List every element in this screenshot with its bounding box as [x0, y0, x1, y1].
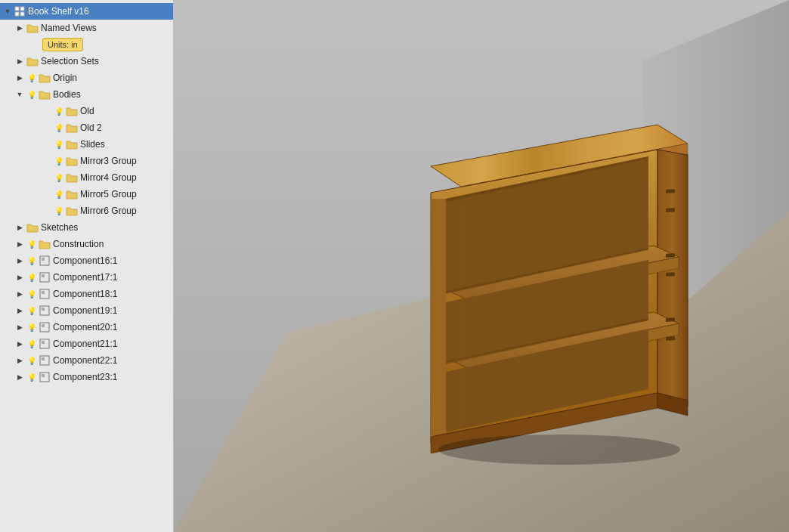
expand-arrow-origin[interactable]	[14, 72, 26, 84]
sidebar-item-old2[interactable]: Old 2	[0, 119, 173, 136]
empty-arrow	[41, 122, 53, 134]
construction-label: Construction	[53, 236, 104, 252]
expand-arrow-bodies[interactable]	[14, 88, 26, 101]
box-icon	[38, 305, 51, 317]
bulb-icon	[53, 138, 65, 150]
sidebar-item-origin[interactable]: Origin	[0, 70, 173, 86]
box-icon	[38, 354, 51, 367]
expand-arrow-named-views[interactable]	[14, 22, 26, 34]
sidebar-item-comp23[interactable]: Component23:1	[0, 369, 173, 385]
shadow	[438, 435, 680, 465]
box-icon	[38, 288, 51, 300]
bulb-icon	[53, 172, 65, 184]
svg-rect-39	[666, 189, 675, 193]
bulb-icon	[53, 205, 65, 217]
svg-rect-0	[15, 7, 19, 11]
folder-icon	[65, 105, 79, 117]
folder-icon	[38, 238, 51, 250]
svg-rect-9	[42, 291, 45, 294]
expand-arrow-comp18[interactable]	[14, 288, 26, 300]
expand-arrow-construction[interactable]	[14, 238, 26, 250]
expand-arrow-comp17[interactable]	[14, 271, 26, 283]
expand-arrow-comp20[interactable]	[14, 321, 26, 333]
sidebar-item-mirror6[interactable]: Mirror6 Group	[0, 203, 173, 219]
comp21-label: Component21:1	[53, 336, 117, 352]
expand-arrow-comp21[interactable]	[14, 338, 26, 350]
svg-rect-5	[42, 258, 45, 261]
svg-rect-15	[42, 341, 45, 344]
comp16-label: Component16:1	[53, 252, 117, 269]
bulb-icon	[26, 288, 38, 300]
empty-arrow	[41, 105, 53, 117]
sidebar-item-old[interactable]: Old	[0, 103, 173, 119]
scene-svg	[174, 0, 789, 532]
svg-rect-7	[42, 274, 45, 277]
component-icon	[14, 5, 26, 17]
old2-label: Old 2	[80, 119, 102, 136]
sidebar-item-comp19[interactable]: Component19:1	[0, 302, 173, 319]
expand-arrow-comp19[interactable]	[14, 305, 26, 317]
svg-marker-24	[658, 150, 688, 407]
bulb-icon	[53, 188, 65, 200]
sidebar-item-comp20[interactable]: Component20:1	[0, 319, 173, 336]
svg-rect-11	[42, 308, 45, 311]
expand-arrow-sketches[interactable]	[14, 221, 26, 234]
mirror6-label: Mirror6 Group	[80, 203, 137, 219]
box-icon	[38, 371, 51, 383]
svg-rect-43	[666, 317, 675, 322]
sidebar-item-construction[interactable]: Construction	[0, 236, 173, 252]
bulb-icon	[26, 238, 38, 250]
empty-arrow	[41, 155, 53, 167]
expand-arrow-comp23[interactable]	[14, 371, 26, 383]
comp17-label: Component17:1	[53, 269, 117, 286]
comp18-label: Component18:1	[53, 286, 117, 302]
svg-rect-3	[20, 12, 24, 16]
sidebar-item-units[interactable]: Units: in	[0, 36, 173, 53]
root-label: Book Shelf v16	[28, 3, 89, 20]
svg-rect-40	[666, 208, 675, 212]
sidebar-item-selection-sets[interactable]: Selection Sets	[0, 53, 173, 70]
folder-icon	[65, 138, 79, 150]
sidebar-item-root[interactable]: Book Shelf v16	[0, 3, 173, 20]
expand-arrow-comp22[interactable]	[14, 354, 26, 367]
bulb-icon	[26, 72, 38, 84]
folder-icon	[26, 55, 39, 67]
folder-icon	[26, 22, 39, 34]
expand-arrow-comp16[interactable]	[14, 255, 26, 267]
sidebar-item-comp16[interactable]: Component16:1	[0, 252, 173, 269]
3d-viewport[interactable]	[174, 0, 789, 532]
sidebar-item-mirror3[interactable]: Mirror3 Group	[0, 153, 173, 169]
sidebar-item-sketches[interactable]: Sketches	[0, 219, 173, 236]
box-icon	[38, 271, 51, 283]
bulb-icon	[26, 88, 38, 101]
mirror5-label: Mirror5 Group	[80, 186, 137, 203]
comp19-label: Component19:1	[53, 302, 117, 319]
sidebar-item-slides[interactable]: Slides	[0, 136, 173, 153]
mirror3-label: Mirror3 Group	[80, 153, 137, 169]
expand-arrow-root[interactable]	[2, 5, 14, 17]
svg-rect-1	[20, 7, 24, 11]
svg-rect-44	[666, 336, 675, 341]
units-badge: Units: in	[42, 38, 83, 51]
empty-arrow	[41, 188, 53, 200]
sidebar-item-comp17[interactable]: Component17:1	[0, 269, 173, 286]
box-icon	[38, 255, 51, 267]
sidebar-item-mirror5[interactable]: Mirror5 Group	[0, 186, 173, 203]
sidebar-item-comp22[interactable]: Component22:1	[0, 352, 173, 369]
bulb-icon	[53, 155, 65, 167]
sidebar-item-mirror4[interactable]: Mirror4 Group	[0, 169, 173, 186]
sidebar-item-bodies[interactable]: Bodies	[0, 86, 173, 103]
expand-arrow-selection-sets[interactable]	[14, 55, 26, 67]
folder-icon	[65, 205, 79, 217]
bulb-icon	[26, 338, 38, 350]
svg-rect-13	[42, 324, 45, 327]
box-icon	[38, 321, 51, 333]
sidebar-item-comp18[interactable]: Component18:1	[0, 286, 173, 302]
sidebar-item-named-views[interactable]: Named Views	[0, 20, 173, 36]
bulb-icon	[26, 255, 38, 267]
svg-rect-41	[666, 253, 675, 258]
bulb-icon	[53, 122, 65, 134]
folder-icon	[65, 155, 79, 167]
bulb-icon	[26, 271, 38, 283]
sidebar-item-comp21[interactable]: Component21:1	[0, 336, 173, 352]
